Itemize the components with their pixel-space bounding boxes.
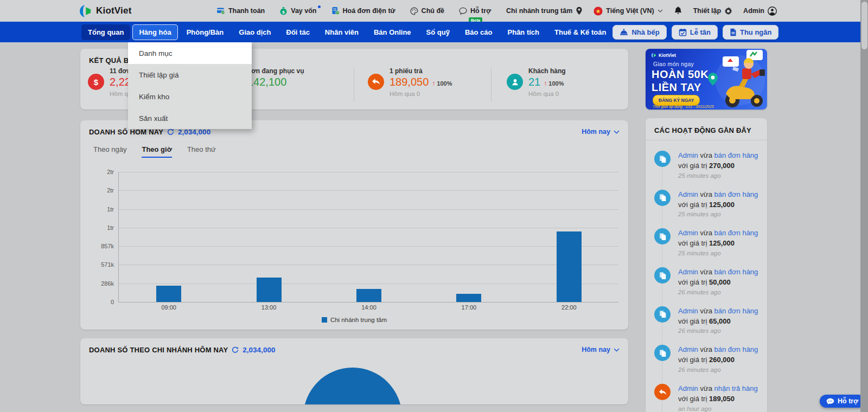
dropdown-item-3[interactable]: Kiểm kho [128,86,252,107]
support-chat-icon [459,7,467,15]
sales-chart-total: 2,034,000 [178,128,210,136]
y-tick-label: 857k [90,243,114,249]
activity-user-link[interactable]: Admin [678,345,698,353]
stat-2: đơn đang phục vụ 142,100 [247,67,304,88]
sales-chart-title: DOANH SỐ HÔM NAY [89,128,163,136]
dropdown-item-2[interactable]: Thiết lập giá [128,64,252,86]
nav-item-5[interactable]: Đối tác [280,24,316,40]
tab-2[interactable]: Theo giờ [142,145,171,158]
activity-user-link[interactable]: Admin [678,151,698,159]
nav-item-11[interactable]: Thuế & Kế toán [548,24,612,40]
sale-doc-icon [654,267,671,284]
promo-banner[interactable]: KiotViet Giao món ngay HOÀN 50K LIỀN TAY… [646,49,767,110]
activity-action-link[interactable]: nhận trả hàng [714,384,758,392]
refresh-icon[interactable] [167,128,174,136]
branch-chart-period-selector[interactable]: Hôm nay [582,346,620,353]
topbar-item-1[interactable]: Thanh toán [216,7,265,15]
branch-label: Chi nhánh trung tâm [506,7,572,15]
y-tick-label: 2tr [90,169,114,175]
activity-time: 25 minutes ago [678,250,764,256]
activity-user-link[interactable]: Admin [678,384,698,392]
activity-value: 270,000 [709,162,735,170]
activity-user-link[interactable]: Admin [678,307,698,315]
stat-label: 1 phiếu trả [390,67,452,75]
branch-selector[interactable]: Chi nhánh trung tâm [506,7,583,15]
activity-action-link[interactable]: bán đơn hàng [714,268,758,276]
support-label: Hỗ trợ [838,397,858,405]
loan-icon: $ [279,7,288,15]
topbar-item-3[interactable]: Hoá đơn điện tử [331,7,395,15]
activity-user-link[interactable]: Admin [678,229,698,237]
activity-item-7: Admin vừa nhận trả hàng với giá trị 189,… [646,378,767,412]
nav-item-9[interactable]: Báo cáo [458,24,499,40]
nav-item-10[interactable]: Phân tích [501,24,546,40]
quick-button-1[interactable]: Nhà bếp [612,25,666,40]
sales-chart-period-selector[interactable]: Hôm nay [582,128,620,136]
topbar-menu: Thanh toán$Vay vốnHoá đơn điện tửChủ đềH… [216,7,491,15]
cashier-icon [730,28,737,36]
activity-action-link[interactable]: bán đơn hàng [714,151,758,159]
quick-button-label: Thu ngân [740,28,772,36]
tab-3[interactable]: Theo thứ [187,145,216,158]
activity-text: Admin vừa bán đơn hàng với giá trị 125,0… [678,228,765,249]
topbar-item-label: Vay vốn [291,7,316,15]
quick-button-2[interactable]: Lễ tân [672,25,718,40]
dropdown-item-4[interactable]: Sản xuất [128,107,252,129]
gridline [119,265,618,265]
stat-label: Khách hàng [528,67,566,75]
quick-button-3[interactable]: Thu ngân [723,25,779,40]
notification-dot [318,5,321,8]
gear-icon [724,7,732,15]
activity-user-link[interactable]: Admin [678,268,698,276]
bar-14:00 [356,289,381,302]
activity-action-link[interactable]: bán đơn hàng [714,307,758,315]
customer-icon [507,74,523,90]
activity-action-link[interactable]: bán đơn hàng [714,190,758,198]
banner-headline-1: HOÀN 50K [652,68,709,81]
dropdown-item-1[interactable]: Danh mục [128,42,252,64]
topbar-item-2[interactable]: $Vay vốn [279,7,316,15]
delivery-scooter-illustration [701,49,767,110]
support-chat-button[interactable]: Hỗ trợ [820,395,865,408]
gridline [119,246,618,247]
settings-button[interactable]: Thiết lập [693,7,732,15]
nav-item-4[interactable]: Giao dịch [232,24,277,40]
tab-1[interactable]: Theo ngày [93,145,126,158]
kiotviet-brand[interactable]: KiotViet [79,4,132,18]
activity-text: Admin vừa bán đơn hàng với giá trị 270,0… [678,151,765,171]
legend-label: Chi nhánh trung tâm [330,317,387,323]
branch-chart-total: 2,034,000 [242,346,275,354]
activity-user-link[interactable]: Admin [678,190,698,198]
user-menu[interactable]: Admin [743,7,777,16]
stat-subtext: Hôm qua 0 [390,91,452,97]
gridline [119,209,618,210]
activity-time: an hour ago [678,405,764,412]
activity-action-link[interactable]: bán đơn hàng [714,229,758,237]
nav-item-1[interactable]: Tổng quan [81,24,130,40]
y-tick-label: 571k [90,261,114,268]
activity-action-link[interactable]: bán đơn hàng [714,345,758,353]
topbar-item-4[interactable]: Chủ đề [410,7,444,15]
nav-item-6[interactable]: Nhân viên [318,24,365,40]
banner-cta-button[interactable]: ĐĂNG KÝ NGAY [653,95,700,106]
settings-label: Thiết lập [693,7,721,15]
nav-item-7[interactable]: Bán Online [367,24,418,40]
y-tick-label: 1tr [90,224,114,231]
language-selector[interactable]: ★ Tiếng Việt (VN) [593,7,662,16]
return-arrow-icon [654,384,671,400]
nav-item-8[interactable]: Sổ quỹ [420,24,456,40]
activity-text: Admin vừa bán đơn hàng với giá trị 50,00… [678,267,765,288]
nav-item-2[interactable]: Hàng hóa [132,24,177,40]
vertical-scrollbar[interactable] [860,0,868,412]
refresh-icon[interactable] [232,346,239,353]
activity-text: Admin vừa bán đơn hàng với giá trị 125,0… [678,190,765,210]
topbar-item-label: Thanh toán [228,7,265,15]
scrollbar-thumb[interactable] [861,2,867,49]
topbar-item-label: Hoá đơn điện tử [343,7,395,15]
nav-item-3[interactable]: Phòng/Bàn [180,24,231,40]
vietnam-flag-icon: ★ [593,7,603,16]
notification-bell-icon[interactable] [674,6,682,16]
activity-value: 260,000 [709,356,735,364]
topbar-item-5[interactable]: Hỗ trợBeta [459,7,491,15]
bar-09:00 [156,286,181,302]
